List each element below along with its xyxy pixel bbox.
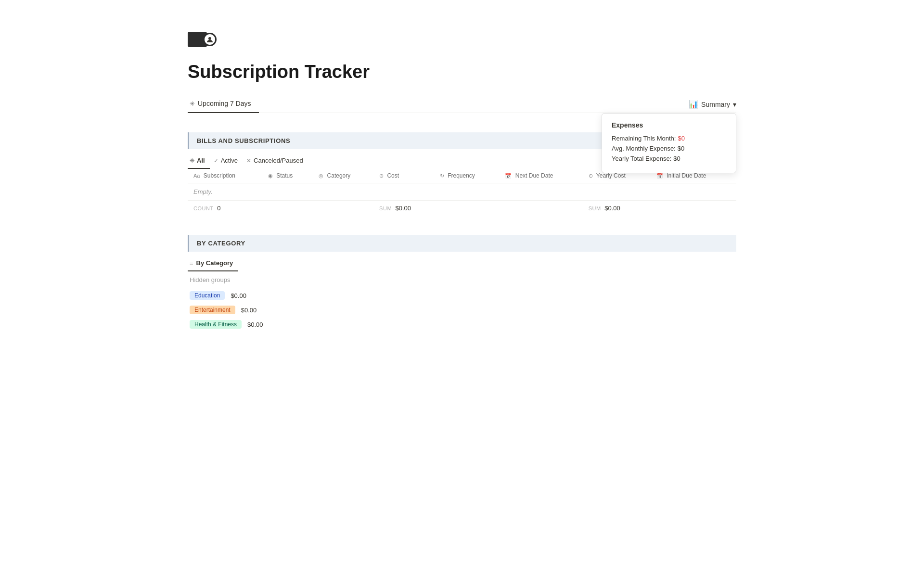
- count-value: 0: [217, 205, 220, 212]
- logo-area: [188, 29, 736, 50]
- col-category-label: Category: [327, 172, 351, 179]
- category-section: BY CATEGORY ≡ By Category Hidden groups …: [188, 235, 736, 333]
- tab-all[interactable]: ✳ All: [188, 155, 210, 169]
- col-yearly-label: Yearly Cost: [596, 172, 626, 179]
- summary-remaining-label: Remaining This Month:: [612, 135, 676, 142]
- top-tabs-row: ✳ Upcoming 7 Days 📊 Summary ▾ Expenses R…: [188, 96, 736, 113]
- summary-remaining-value: $0: [678, 135, 684, 142]
- col-frequency-icon: ↻: [440, 173, 444, 179]
- footer-count-cell: COUNT 0: [188, 201, 262, 216]
- category-tab-label: By Category: [196, 259, 233, 267]
- app-logo: [188, 29, 217, 50]
- col-frequency-label: Frequency: [448, 172, 475, 179]
- category-section-header: BY CATEGORY: [188, 235, 736, 252]
- category-tabs: ≡ By Category: [188, 252, 736, 271]
- education-badge: Education: [190, 291, 225, 300]
- col-status: ◉ Status: [262, 168, 313, 183]
- col-frequency: ↻ Frequency: [434, 168, 500, 183]
- summary-chart-icon: 📊: [689, 100, 698, 109]
- col-yearly-icon: ⊙: [589, 173, 593, 179]
- summary-monthly-value: $0: [678, 145, 684, 152]
- summary-panel: Expenses Remaining This Month: $0 Avg. M…: [602, 113, 736, 173]
- summary-yearly-label: Yearly Total Expense:: [612, 155, 671, 162]
- col-initial-due-label: Initial Due Date: [667, 172, 706, 179]
- count-label: COUNT: [193, 205, 214, 211]
- page-title: Subscription Tracker: [188, 62, 736, 82]
- health-amount: $0.00: [247, 321, 263, 328]
- col-subscription: Aa Subscription: [188, 168, 262, 183]
- top-tabs-left: ✳ Upcoming 7 Days: [188, 96, 259, 113]
- bills-table: Aa Subscription ◉ Status ◎ Category ⊙ Co…: [188, 168, 736, 216]
- tab-all-icon: ✳: [190, 157, 194, 164]
- summary-monthly-label: Avg. Monthly Expense:: [612, 145, 676, 152]
- col-subscription-label: Subscription: [204, 172, 235, 179]
- tab-active[interactable]: ✓ Active: [212, 155, 243, 169]
- summary-remaining-row: Remaining This Month: $0: [612, 135, 726, 142]
- table-footer-row: COUNT 0 SUM $0.00 SUM $0.00: [188, 201, 736, 216]
- summary-button[interactable]: 📊 Summary ▾: [689, 96, 736, 113]
- col-next-due-label: Next Due Date: [515, 172, 553, 179]
- sum1-value: $0.00: [396, 205, 411, 212]
- category-tab-icon: ≡: [190, 259, 193, 267]
- footer-empty-3: [434, 201, 500, 216]
- tab-canceled-label: Canceled/Paused: [254, 157, 303, 164]
- sum2-value: $0.00: [604, 205, 620, 212]
- list-item: Entertainment $0.00: [188, 303, 736, 317]
- summary-monthly-row: Avg. Monthly Expense: $0: [612, 145, 726, 152]
- col-status-label: Status: [276, 172, 293, 179]
- summary-panel-heading: Expenses: [612, 121, 726, 129]
- footer-empty-2: [313, 201, 373, 216]
- col-cost-label: Cost: [387, 172, 399, 179]
- footer-empty-1: [262, 201, 313, 216]
- summary-yearly-value: $0: [673, 155, 680, 162]
- footer-empty-4: [499, 201, 582, 216]
- summary-label: Summary: [701, 101, 730, 108]
- hidden-groups-label: Hidden groups: [188, 271, 736, 286]
- sum2-label: SUM: [589, 205, 601, 211]
- upcoming-tab-label: Upcoming 7 Days: [198, 100, 251, 107]
- svg-point-0: [208, 37, 211, 40]
- tab-all-label: All: [197, 157, 205, 164]
- footer-empty-5: [651, 201, 736, 216]
- tab-upcoming[interactable]: ✳ Upcoming 7 Days: [188, 96, 259, 113]
- col-subscription-icon: Aa: [193, 173, 200, 179]
- education-amount: $0.00: [231, 292, 246, 299]
- empty-label: Empty.: [188, 183, 736, 201]
- empty-row: Empty.: [188, 183, 736, 201]
- list-item: Education $0.00: [188, 288, 736, 303]
- upcoming-tab-icon: ✳: [190, 100, 195, 107]
- tab-canceled-icon: ✕: [246, 157, 251, 164]
- list-item: Health & Fitness $0.00: [188, 317, 736, 332]
- footer-sum1-cell: SUM $0.00: [373, 201, 434, 216]
- col-category: ◎ Category: [313, 168, 373, 183]
- page-container: Subscription Tracker ✳ Upcoming 7 Days 📊…: [149, 0, 775, 372]
- tab-active-icon: ✓: [214, 157, 218, 164]
- col-next-due-date: 📅 Next Due Date: [499, 168, 582, 183]
- health-badge: Health & Fitness: [190, 320, 242, 329]
- tab-canceled[interactable]: ✕ Canceled/Paused: [244, 155, 308, 169]
- col-cost: ⊙ Cost: [373, 168, 434, 183]
- summary-chevron-icon: ▾: [733, 101, 736, 108]
- sum1-label: SUM: [379, 205, 392, 211]
- col-status-icon: ◉: [268, 173, 273, 179]
- category-list: Education $0.00 Entertainment $0.00 Heal…: [188, 286, 736, 333]
- footer-sum2-cell: SUM $0.00: [583, 201, 651, 216]
- entertainment-amount: $0.00: [241, 307, 257, 314]
- entertainment-badge: Entertainment: [190, 306, 235, 314]
- logo-avatar: [203, 33, 217, 46]
- summary-dropdown: 📊 Summary ▾ Expenses Remaining This Mont…: [689, 96, 736, 113]
- col-initial-due-icon: 📅: [656, 173, 663, 179]
- col-next-due-icon: 📅: [505, 173, 512, 179]
- tab-active-label: Active: [221, 157, 238, 164]
- tab-by-category[interactable]: ≡ By Category: [188, 257, 238, 271]
- col-cost-icon: ⊙: [379, 173, 384, 179]
- summary-yearly-row: Yearly Total Expense: $0: [612, 155, 726, 162]
- col-category-icon: ◎: [319, 173, 323, 179]
